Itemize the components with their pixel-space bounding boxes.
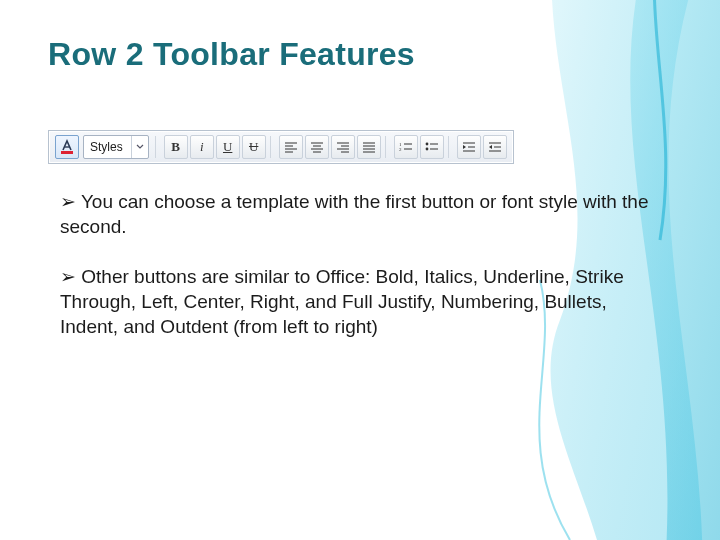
svg-text:2: 2 bbox=[399, 147, 402, 152]
svg-rect-0 bbox=[61, 151, 73, 154]
numbering-button[interactable]: 1 2 bbox=[394, 135, 418, 159]
align-right-button[interactable] bbox=[331, 135, 355, 159]
bullets-icon bbox=[425, 141, 439, 153]
separator bbox=[155, 136, 160, 158]
bullet-item: ➢ Other buttons are similar to Office: B… bbox=[60, 265, 650, 339]
align-right-icon bbox=[336, 141, 350, 153]
align-center-icon bbox=[310, 141, 324, 153]
italic-button[interactable]: i bbox=[190, 135, 214, 159]
separator bbox=[270, 136, 275, 158]
underline-button[interactable]: U bbox=[216, 135, 240, 159]
align-center-button[interactable] bbox=[305, 135, 329, 159]
template-button[interactable] bbox=[55, 135, 79, 159]
bold-button[interactable]: B bbox=[164, 135, 188, 159]
bullets-button[interactable] bbox=[420, 135, 444, 159]
bullet-item: ➢ You can choose a template with the fir… bbox=[60, 190, 650, 239]
slide: Row 2 Toolbar Features Styles B i U U bbox=[0, 0, 720, 540]
bullet-arrow-icon: ➢ bbox=[60, 266, 76, 287]
indent-button[interactable] bbox=[457, 135, 481, 159]
slide-title: Row 2 Toolbar Features bbox=[48, 36, 415, 73]
svg-point-21 bbox=[425, 143, 428, 146]
align-left-icon bbox=[284, 141, 298, 153]
justify-icon bbox=[362, 141, 376, 153]
indent-icon bbox=[462, 141, 476, 153]
styles-dropdown[interactable]: Styles bbox=[83, 135, 149, 159]
align-left-button[interactable] bbox=[279, 135, 303, 159]
template-font-color-icon bbox=[59, 139, 75, 155]
body-text: ➢ You can choose a template with the fir… bbox=[60, 190, 650, 365]
bullet-text: Other buttons are similar to Office: Bol… bbox=[60, 266, 624, 336]
styles-label: Styles bbox=[84, 140, 131, 154]
strike-button[interactable]: U bbox=[242, 135, 266, 159]
svg-point-23 bbox=[425, 148, 428, 151]
outdent-button[interactable] bbox=[483, 135, 507, 159]
separator bbox=[385, 136, 390, 158]
separator bbox=[448, 136, 453, 158]
bullet-text: You can choose a template with the first… bbox=[60, 191, 648, 237]
chevron-down-icon bbox=[131, 136, 148, 158]
toolbar-row2: Styles B i U U bbox=[48, 130, 514, 164]
justify-button[interactable] bbox=[357, 135, 381, 159]
numbering-icon: 1 2 bbox=[399, 141, 413, 153]
bullet-arrow-icon: ➢ bbox=[60, 191, 76, 212]
outdent-icon bbox=[488, 141, 502, 153]
